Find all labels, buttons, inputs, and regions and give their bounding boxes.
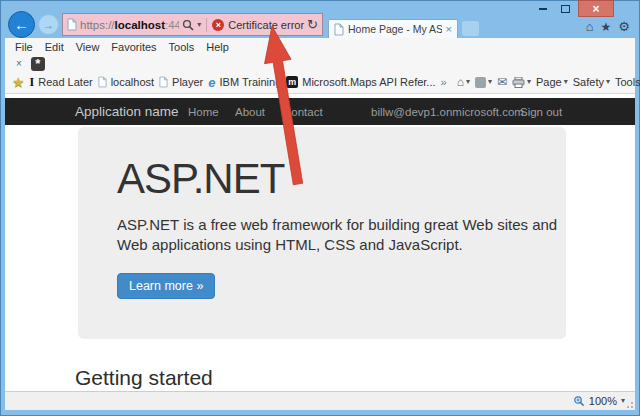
minimize-icon [539, 8, 547, 10]
ie-browser-window: ← → https://localhost:44308/ ▾ × [0, 0, 640, 416]
page-icon [159, 76, 168, 88]
maximize-icon [561, 5, 570, 13]
url-scheme: https:// [80, 19, 115, 31]
caret-icon: ▾ [527, 78, 531, 86]
home-icon[interactable]: ⌂ [586, 19, 594, 34]
certificate-error-label: Certificate error [228, 19, 304, 31]
mail-icon: ✉ [497, 76, 507, 88]
back-icon: ← [14, 16, 29, 33]
favorite-player[interactable]: Player [159, 76, 203, 88]
certificate-error-button[interactable]: × Certificate error [212, 19, 304, 31]
url-text[interactable]: https://localhost:44308/ [80, 19, 179, 31]
nav-link-about[interactable]: About [235, 106, 265, 118]
bing-maps-icon: m [286, 76, 298, 88]
page-menu-label: Page [536, 76, 562, 88]
print-command[interactable]: ▾ [512, 77, 531, 88]
menu-favorites[interactable]: Favorites [111, 41, 156, 53]
menu-tools[interactable]: Tools [169, 41, 195, 53]
getting-started-heading: Getting started [75, 366, 213, 390]
favorites-overflow-chevron-icon[interactable]: » [441, 76, 447, 88]
favorites-bar: ★ I Read Later localhost Player e IBM Tr… [5, 71, 635, 94]
menu-help[interactable]: Help [206, 41, 229, 53]
jumbotron: ASP.NET ASP.NET is a free web framework … [78, 127, 566, 339]
favorites-star-icon[interactable]: ★ [601, 20, 612, 34]
site-brand-link[interactable]: Application name [75, 104, 179, 119]
favorite-label: Read Later [38, 76, 92, 88]
new-tab-button[interactable] [462, 21, 479, 36]
forward-icon: → [43, 18, 55, 32]
address-bar[interactable]: https://localhost:44308/ ▾ × Certificate… [62, 13, 323, 36]
home-command[interactable]: ⌂ ▾ [457, 76, 470, 88]
safety-menu-label: Safety [573, 76, 604, 88]
site-navbar: Application name Home About Contact bill… [5, 98, 635, 125]
user-email-link[interactable]: billw@devp1.onmicrosoft.com [371, 106, 524, 118]
tab-favicon-icon [334, 23, 344, 36]
tab-title: Home Page - My ASP.NET ... [348, 23, 442, 35]
menu-bar: File Edit View Favorites Tools Help [5, 38, 635, 56]
close-icon: × [592, 2, 599, 16]
certificate-error-icon: × [212, 19, 224, 31]
printer-icon [512, 77, 525, 88]
zoom-level[interactable]: 100% [589, 395, 617, 407]
instapaper-icon: I [30, 75, 35, 90]
zoom-icon [573, 395, 585, 407]
zoom-dropdown-caret-icon[interactable]: ▾ [621, 397, 625, 405]
window-frame: ← → https://localhost:44308/ ▾ × [0, 0, 640, 416]
caret-icon: ▾ [466, 78, 470, 86]
page-icon [98, 76, 107, 88]
page-viewport: Application name Home About Contact bill… [5, 94, 635, 391]
nav-link-home[interactable]: Home [188, 106, 219, 118]
minimize-button[interactable] [534, 0, 552, 17]
feeds-command[interactable]: ▾ [475, 77, 492, 88]
learn-more-button[interactable]: Learn more » [117, 273, 215, 299]
page-favicon-icon [67, 18, 77, 31]
favorite-ibm-training[interactable]: e IBM Training [208, 76, 281, 89]
refresh-icon[interactable]: ↻ [307, 18, 318, 31]
home-icon: ⌂ [457, 76, 464, 88]
browser-tab[interactable]: Home Page - My ASP.NET ... × [328, 19, 458, 38]
toolbar-close-icon[interactable]: × [16, 59, 22, 69]
favorite-localhost[interactable]: localhost [98, 76, 154, 88]
tab-close-icon[interactable]: × [446, 23, 452, 35]
search-dropdown-caret-icon[interactable]: ▾ [197, 21, 201, 29]
tools-menu-label: Tools [615, 76, 640, 88]
favorite-label: localhost [111, 76, 154, 88]
nav-link-contact[interactable]: Contact [283, 106, 323, 118]
menu-file[interactable]: File [15, 41, 33, 53]
tools-menu-button[interactable]: Tools ▾ [615, 76, 640, 88]
menu-view[interactable]: View [76, 41, 100, 53]
favorite-label: IBM Training [220, 76, 282, 88]
search-icon[interactable] [182, 19, 194, 31]
client-area: File Edit View Favorites Tools Help × * … [5, 38, 635, 410]
favorite-label: Microsoft.Maps API Refer... [302, 76, 435, 88]
menu-edit[interactable]: Edit [45, 41, 64, 53]
caret-icon: ▾ [564, 78, 568, 86]
sign-out-link[interactable]: Sign out [520, 106, 562, 118]
resize-grip[interactable] [631, 406, 633, 408]
add-favorite-star-icon[interactable]: ★ [12, 75, 25, 89]
favorite-read-later[interactable]: I Read Later [30, 75, 93, 90]
favorite-label: Player [172, 76, 203, 88]
status-bar: 100% ▾ [5, 391, 635, 410]
snipping-addon-icon[interactable]: * [31, 57, 45, 71]
maximize-button[interactable] [556, 0, 574, 17]
read-mail-command[interactable]: ✉ [497, 76, 507, 88]
back-button[interactable]: ← [8, 11, 35, 38]
title-bar: ← → https://localhost:44308/ ▾ × [0, 0, 640, 38]
caret-icon: ▾ [488, 78, 492, 86]
caret-icon: ▾ [606, 78, 610, 86]
page-menu-button[interactable]: Page ▾ [536, 76, 568, 88]
jumbotron-description: ASP.NET is a free web framework for buil… [117, 215, 569, 255]
forward-button[interactable]: → [38, 14, 59, 35]
ie-icon: e [208, 76, 215, 89]
url-port-path: :44308/ [165, 19, 179, 31]
address-bar-divider [206, 18, 207, 32]
url-host: localhost [115, 19, 165, 31]
favorite-bing-maps[interactable]: m Microsoft.Maps API Refer... [286, 76, 435, 88]
quick-access-icons: ⌂ ★ ⚙ [586, 19, 630, 34]
rss-icon [475, 77, 486, 88]
settings-gear-icon[interactable]: ⚙ [618, 19, 630, 34]
addon-toolbar: × * [5, 56, 635, 71]
close-window-button[interactable]: × [578, 0, 614, 17]
safety-menu-button[interactable]: Safety ▾ [573, 76, 610, 88]
